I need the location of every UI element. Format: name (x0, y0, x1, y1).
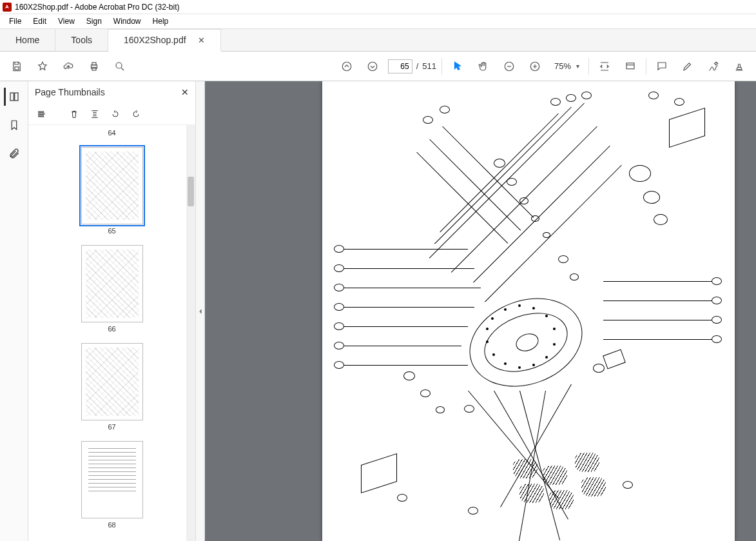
menu-sign[interactable]: Sign (81, 15, 107, 27)
thumbnail-prev-label: 64 (28, 129, 195, 137)
svg-rect-14 (39, 115, 44, 116)
svg-rect-12 (39, 112, 44, 112)
thumbnail-page[interactable]: 65 (28, 147, 195, 235)
fit-width-button[interactable] (594, 56, 615, 77)
document-viewport[interactable] (205, 81, 756, 541)
page-up-button[interactable] (336, 56, 357, 77)
thumbnail-page[interactable]: 67 (28, 343, 195, 431)
svg-point-6 (368, 62, 377, 71)
svg-point-4 (116, 63, 122, 68)
zoom-out-button[interactable] (499, 56, 519, 77)
app-icon: A (3, 3, 12, 12)
thumbnails-toolbar (28, 103, 195, 125)
zoom-level-dropdown[interactable]: 75% ▾ (550, 61, 583, 71)
page-number-box: / 511 (388, 59, 436, 74)
zoom-in-button[interactable] (525, 56, 545, 77)
thumbnail-page[interactable]: 68 (28, 441, 195, 529)
find-button[interactable] (110, 56, 130, 77)
save-button[interactable] (6, 56, 27, 77)
thumbnails-panel-button[interactable] (4, 88, 22, 106)
menu-view[interactable]: View (53, 15, 80, 27)
page-down-button[interactable] (362, 56, 383, 77)
menu-edit[interactable]: Edit (28, 15, 52, 27)
tab-tools-label: Tools (71, 35, 92, 45)
toolbar-separator (441, 58, 442, 75)
thumbnail-label: 66 (108, 325, 115, 333)
thumbnail-label: 65 (108, 227, 115, 235)
stamp-button[interactable] (729, 56, 750, 77)
comment-button[interactable] (652, 56, 672, 77)
menu-window[interactable]: Window (108, 15, 146, 27)
close-panel-button[interactable]: ✕ (181, 87, 189, 97)
exploded-view-figure (326, 88, 731, 541)
menu-help[interactable]: Help (148, 15, 174, 27)
thumbnails-title: Page Thumbnails (35, 87, 105, 97)
page-number-input[interactable] (388, 59, 412, 74)
thumbnail-label: 64 (108, 129, 115, 137)
thumbnail-label: 67 (108, 423, 115, 431)
thumbnail-page[interactable]: 66 (28, 245, 195, 333)
main-area: Page Thumbnails ✕ 64 65 66 (0, 81, 756, 541)
thumbnails-scrollbar[interactable] (186, 125, 195, 541)
close-tab-icon[interactable]: ✕ (198, 35, 205, 45)
svg-point-5 (342, 62, 351, 71)
toolbar-separator (646, 58, 646, 75)
page-sep: / (416, 61, 419, 71)
highlight-button[interactable] (677, 56, 698, 77)
titlebar: A 160X2Shop.pdf - Adobe Acrobat Pro DC (… (0, 0, 756, 14)
menubar: File Edit View Sign Window Help (0, 14, 756, 28)
read-mode-button[interactable] (620, 56, 641, 77)
thumbnail-options-button[interactable] (35, 107, 49, 121)
pdf-page[interactable] (322, 81, 735, 541)
delete-page-button[interactable] (67, 107, 81, 121)
collapse-panel-button[interactable] (196, 81, 205, 541)
star-button[interactable] (32, 56, 53, 77)
svg-rect-10 (10, 93, 14, 101)
zoom-value: 75% (554, 61, 571, 71)
tab-home[interactable]: Home (0, 29, 55, 51)
bookmarks-panel-button[interactable] (5, 116, 23, 134)
svg-rect-0 (15, 66, 19, 70)
scrollbar-handle[interactable] (188, 177, 194, 206)
svg-rect-13 (39, 113, 44, 114)
chevron-down-icon: ▾ (576, 63, 579, 70)
window-title: 160X2Shop.pdf - Adobe Acrobat Pro DC (32… (15, 3, 180, 12)
svg-rect-9 (626, 63, 634, 68)
rotate-ccw-button[interactable] (108, 107, 122, 121)
rotate-cw-button[interactable] (129, 107, 143, 121)
svg-rect-3 (92, 67, 96, 70)
cloud-share-button[interactable] (58, 56, 79, 77)
viewport-gutter (205, 81, 316, 541)
thumbnail-label: 68 (108, 521, 115, 529)
thumbnails-panel: Page Thumbnails ✕ 64 65 66 (28, 81, 196, 541)
left-nav-rail (0, 81, 28, 541)
tab-home-label: Home (15, 35, 39, 45)
menu-file[interactable]: File (4, 15, 26, 27)
print-button[interactable] (84, 56, 104, 77)
tab-document-label: 160X2Shop.pdf (124, 35, 186, 45)
svg-rect-2 (92, 63, 96, 65)
tab-tools[interactable]: Tools (55, 29, 108, 51)
toolbar-separator (588, 58, 589, 75)
page-layout-button[interactable] (88, 107, 102, 121)
tab-document[interactable]: 160X2Shop.pdf ✕ (108, 29, 221, 52)
toolbar: / 511 75% ▾ (0, 52, 756, 81)
draw-sign-button[interactable] (703, 56, 724, 77)
hand-tool-button[interactable] (473, 56, 494, 77)
svg-rect-11 (14, 93, 17, 101)
selection-tool-button[interactable] (447, 56, 468, 77)
thumbnails-list[interactable]: 64 65 66 67 68 (28, 125, 195, 541)
page-total: 511 (422, 61, 436, 71)
attachments-panel-button[interactable] (5, 144, 23, 162)
tab-strip: Home Tools 160X2Shop.pdf ✕ (0, 28, 756, 52)
